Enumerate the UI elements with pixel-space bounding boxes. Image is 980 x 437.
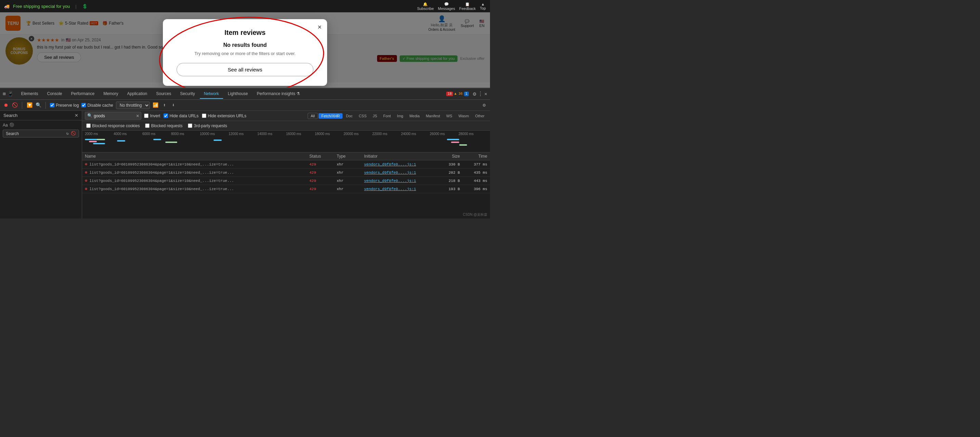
row3-status: 429: [309, 179, 337, 183]
third-party-label[interactable]: 3rd-party requests: [188, 124, 227, 128]
tab-application[interactable]: Application: [123, 89, 151, 99]
tl-10000: 10000 ms: [200, 132, 229, 136]
hide-data-urls-checkbox[interactable]: [164, 113, 168, 118]
modal-see-all-button[interactable]: See all reviews: [177, 63, 313, 76]
tab-lighthouse[interactable]: Lighthouse: [224, 89, 252, 99]
error-icon: ⊗: [85, 178, 87, 183]
table-row[interactable]: ⊗ list?goods_id=601099523086304&page=1&s…: [82, 168, 490, 177]
invert-checkbox[interactable]: [144, 113, 148, 118]
blocked-requests-label[interactable]: Blocked requests: [145, 124, 182, 128]
devtools-elements-icon[interactable]: ⊞: [3, 91, 5, 97]
type-media-button[interactable]: Media: [407, 113, 422, 119]
preserve-log-checkbox[interactable]: [50, 103, 54, 107]
hide-ext-urls-checkbox[interactable]: [202, 113, 206, 118]
type-fetch-xhr-button[interactable]: Fetch/XHR: [318, 113, 342, 119]
tab-console[interactable]: Console: [43, 89, 66, 99]
tab-security[interactable]: Security: [176, 89, 199, 99]
close-devtools-icon[interactable]: ✕: [485, 91, 487, 97]
row4-name: ⊗ list?goods_id=601099523086304&page=1&s…: [85, 186, 309, 191]
search-clear-icon[interactable]: 🚫: [71, 131, 76, 136]
preserve-log-checkbox-label[interactable]: Preserve log: [50, 103, 79, 108]
hide-ext-urls-label[interactable]: Hide extension URLs: [202, 113, 247, 118]
table-header: Name Status Type Initiator Size Time: [82, 153, 490, 160]
third-party-checkbox[interactable]: [188, 124, 192, 128]
blocked-cookies-checkbox[interactable]: [86, 124, 91, 128]
type-img-button[interactable]: Img: [394, 113, 406, 119]
case-sensitive-icon[interactable]: ⚫: [9, 122, 14, 127]
tl-26000: 26000 ms: [430, 132, 458, 136]
tl-12000: 12000 ms: [229, 132, 257, 136]
type-manifest-button[interactable]: Manifest: [423, 113, 443, 119]
row3-initiator[interactable]: vendors_d9f8fe0....js:1: [364, 179, 433, 183]
import-icon[interactable]: ⬆: [162, 102, 168, 108]
throttle-select[interactable]: No throttling: [116, 102, 150, 109]
search-network-icon[interactable]: 🔍: [35, 102, 41, 108]
invert-checkbox-label[interactable]: Invert: [144, 113, 160, 118]
row2-time: 435 ms: [460, 171, 487, 175]
feedback-button[interactable]: 📋 Feedback: [459, 2, 476, 11]
tab-elements[interactable]: Elements: [17, 89, 42, 99]
search-refresh-icon[interactable]: ↻: [66, 131, 69, 136]
messages-button[interactable]: 💬 Messages: [438, 2, 455, 11]
type-js-button[interactable]: JS: [370, 113, 380, 119]
record-button[interactable]: ⏺: [3, 102, 9, 108]
row1-size: 330 B: [433, 162, 460, 167]
table-row[interactable]: ⊗ list?goods_id=601099523086304&page=1&s…: [82, 160, 490, 168]
clear-button[interactable]: 🚫: [12, 102, 18, 108]
filter-icon[interactable]: 🔽: [26, 102, 32, 108]
type-buttons: All Fetch/XHR Doc CSS JS Font Img Media …: [308, 113, 487, 119]
filter-clear-button[interactable]: ✕: [136, 113, 139, 119]
row3-name-text: list?goods_id=601099523086304&page=1&siz…: [89, 179, 234, 183]
type-css-button[interactable]: CSS: [356, 113, 369, 119]
row4-initiator[interactable]: vendors_d9f8fe0....js:1: [364, 187, 433, 191]
tab-performance[interactable]: Performance: [67, 89, 99, 99]
modal-overlay[interactable]: × Item reviews No results found Try remo…: [0, 12, 490, 87]
separator2: [46, 102, 46, 109]
search-sidebar-input[interactable]: [6, 131, 64, 136]
row2-type: xhr: [337, 171, 364, 175]
tab-memory[interactable]: Memory: [99, 89, 122, 99]
reviews-modal: × Item reviews No results found Try remo…: [163, 19, 327, 86]
top-button[interactable]: ▲ Top: [480, 2, 486, 10]
devtools-device-icon[interactable]: 📱: [8, 91, 13, 97]
tl-4000: 4000 ms: [114, 132, 142, 136]
tl-14000: 14000 ms: [257, 132, 286, 136]
search-panel-header: Search ✕: [0, 111, 82, 120]
timeline-labels: 2000 ms 4000 ms 6000 ms 8000 ms 10000 ms…: [82, 130, 490, 137]
table-row[interactable]: ⊗ list?goods_id=601099523086304&page=1&s…: [82, 177, 490, 185]
filter-input[interactable]: [94, 113, 135, 118]
row4-type: xhr: [337, 187, 364, 191]
row2-name: ⊗ list?goods_id=601099523086304&page=1&s…: [85, 170, 309, 175]
search-sidebar-input-wrap: ↻ 🚫: [3, 130, 79, 137]
hide-data-urls-label[interactable]: Hide data URLs: [164, 113, 199, 118]
subscribe-button[interactable]: 🔔 Subscribe: [417, 2, 434, 11]
row2-initiator[interactable]: vendors_d9f8fe0....js:1: [364, 171, 433, 175]
tab-performance-insights[interactable]: Performance insights ⚗: [253, 89, 304, 99]
tab-sources[interactable]: Sources: [152, 89, 175, 99]
network-settings-icon[interactable]: ⚙: [481, 102, 487, 108]
disable-cache-checkbox[interactable]: [81, 103, 86, 107]
wifi-icon[interactable]: 📶: [153, 102, 159, 108]
modal-close-button[interactable]: ×: [318, 23, 321, 31]
red-circle-annotation: [153, 12, 331, 87]
blocked-cookies-label[interactable]: Blocked response cookies: [86, 124, 140, 128]
type-doc-button[interactable]: Doc: [343, 113, 356, 119]
tab-network[interactable]: Network: [200, 89, 223, 99]
type-wasm-button[interactable]: Wasm: [456, 113, 472, 119]
tl-28000: 28000 ms: [458, 132, 487, 136]
network-table: Name Status Type Initiator Size Time ⊗ l…: [82, 153, 490, 218]
settings-icon[interactable]: ⚙: [473, 91, 476, 97]
blocked-requests-checkbox[interactable]: [145, 124, 150, 128]
type-all-button[interactable]: All: [308, 113, 318, 119]
promo-text: Free shipping special for you: [13, 4, 70, 9]
close-search-icon[interactable]: ✕: [75, 113, 78, 118]
modal-title: Item reviews: [177, 29, 313, 37]
table-row[interactable]: ⊗ list?goods_id=601099523086304&page=1&s…: [82, 185, 490, 193]
more-options-icon[interactable]: ⋮: [478, 91, 483, 97]
export-icon[interactable]: ⬇: [170, 102, 177, 108]
row1-initiator[interactable]: vendors_d9f8fe0....js:1: [364, 162, 433, 167]
type-ws-button[interactable]: WS: [444, 113, 455, 119]
disable-cache-checkbox-label[interactable]: Disable cache: [81, 103, 113, 108]
type-font-button[interactable]: Font: [380, 113, 393, 119]
type-other-button[interactable]: Other: [472, 113, 487, 119]
